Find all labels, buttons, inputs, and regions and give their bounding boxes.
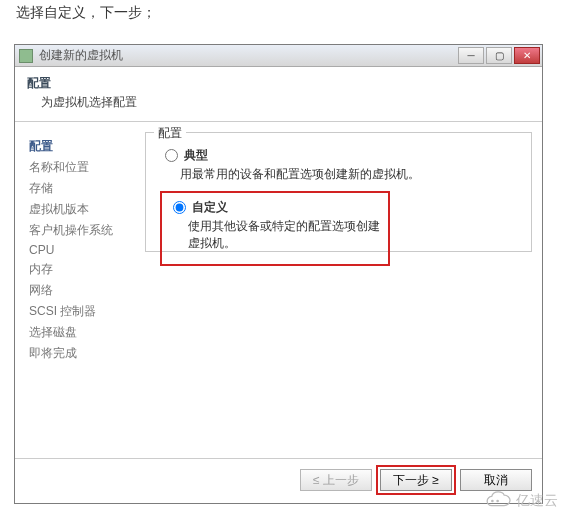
fieldset-legend: 配置 bbox=[154, 125, 186, 142]
option-typical-label: 典型 bbox=[184, 147, 208, 164]
dialog-body: 配置 名称和位置 存储 虚拟机版本 客户机操作系统 CPU 内存 网络 SCSI… bbox=[15, 122, 542, 458]
titlebar: 创建新的虚拟机 ─ ▢ ✕ bbox=[15, 45, 542, 67]
header-title: 配置 bbox=[27, 75, 530, 92]
option-custom-label: 自定义 bbox=[192, 199, 228, 216]
config-panel: 配置 典型 用最常用的设备和配置选项创建新的虚拟机。 自定义 使用其他设备或特定… bbox=[145, 132, 532, 448]
step-vm-version[interactable]: 虚拟机版本 bbox=[29, 199, 139, 220]
radio-typical[interactable] bbox=[165, 149, 178, 162]
minimize-button[interactable]: ─ bbox=[458, 47, 484, 64]
step-guest-os[interactable]: 客户机操作系统 bbox=[29, 220, 139, 241]
option-custom-desc: 使用其他设备或特定的配置选项创建虚拟机。 bbox=[188, 218, 382, 252]
cancel-button[interactable]: 取消 bbox=[460, 469, 532, 491]
step-network[interactable]: 网络 bbox=[29, 280, 139, 301]
option-custom[interactable]: 自定义 bbox=[168, 199, 382, 216]
dialog-footer: ≤ 上一步 下一步 ≥ 取消 bbox=[15, 458, 542, 503]
option-typical[interactable]: 典型 bbox=[160, 147, 517, 164]
window-controls: ─ ▢ ✕ bbox=[458, 47, 542, 64]
wizard-steps-sidebar: 配置 名称和位置 存储 虚拟机版本 客户机操作系统 CPU 内存 网络 SCSI… bbox=[15, 132, 145, 448]
step-config[interactable]: 配置 bbox=[29, 136, 139, 157]
step-scsi[interactable]: SCSI 控制器 bbox=[29, 301, 139, 322]
page-caption: 选择自定义，下一步； bbox=[16, 4, 156, 22]
close-button[interactable]: ✕ bbox=[514, 47, 540, 64]
highlight-next-button: 下一步 ≥ bbox=[376, 465, 456, 495]
dialog-header: 配置 为虚拟机选择配置 bbox=[15, 67, 542, 122]
back-button[interactable]: ≤ 上一步 bbox=[300, 469, 372, 491]
step-ready[interactable]: 即将完成 bbox=[29, 343, 139, 364]
highlight-custom-option: 自定义 使用其他设备或特定的配置选项创建虚拟机。 bbox=[160, 191, 390, 266]
config-fieldset: 配置 典型 用最常用的设备和配置选项创建新的虚拟机。 自定义 使用其他设备或特定… bbox=[145, 132, 532, 252]
step-name-location[interactable]: 名称和位置 bbox=[29, 157, 139, 178]
maximize-button[interactable]: ▢ bbox=[486, 47, 512, 64]
create-vm-dialog: 创建新的虚拟机 ─ ▢ ✕ 配置 为虚拟机选择配置 配置 名称和位置 存储 虚拟… bbox=[14, 44, 543, 504]
step-memory[interactable]: 内存 bbox=[29, 259, 139, 280]
next-button[interactable]: 下一步 ≥ bbox=[380, 469, 452, 491]
step-disk[interactable]: 选择磁盘 bbox=[29, 322, 139, 343]
radio-custom[interactable] bbox=[173, 201, 186, 214]
option-typical-desc: 用最常用的设备和配置选项创建新的虚拟机。 bbox=[180, 166, 517, 183]
step-cpu[interactable]: CPU bbox=[29, 241, 139, 259]
app-icon bbox=[19, 49, 33, 63]
window-title: 创建新的虚拟机 bbox=[39, 47, 458, 64]
header-subtitle: 为虚拟机选择配置 bbox=[27, 94, 530, 111]
step-storage[interactable]: 存储 bbox=[29, 178, 139, 199]
